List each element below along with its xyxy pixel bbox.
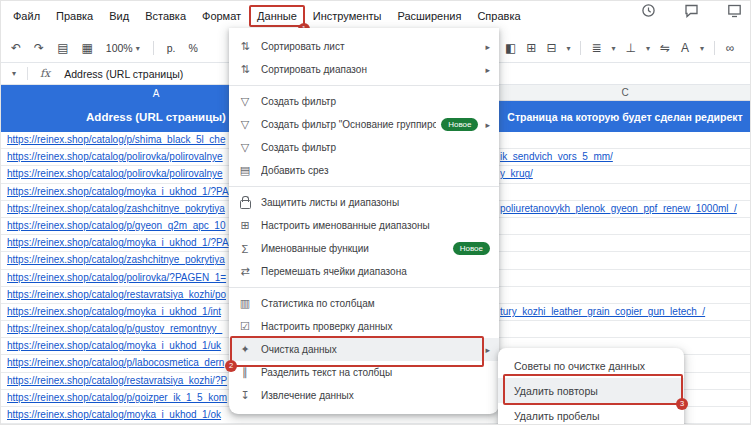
menu-item-create-group-by-filter[interactable]: ▽Создать фильтр "Основание группировки"Н… <box>229 113 499 136</box>
menubar-item-6[interactable]: Данные1 <box>249 5 305 27</box>
menu-item-sort-range[interactable]: ⇅Сортировать диапазон▸ <box>229 58 499 81</box>
menu-item-sort-sheet[interactable]: ⇅Сортировать лист▸ <box>229 35 499 58</box>
menu-item-data-extraction[interactable]: ↧Извлечение данных <box>229 384 499 407</box>
redirect-cell-fragment[interactable]: y_krug/ <box>500 168 750 179</box>
menu-divider <box>229 186 499 187</box>
menu-item-label: Защитить листы и диапазоны <box>261 197 490 208</box>
filter-icon: ▽ <box>229 95 261 108</box>
sigma-icon: Σ <box>229 243 261 255</box>
formula-bar-divider <box>27 67 28 80</box>
format-percent-button[interactable]: % <box>188 42 197 54</box>
menu-bar: ФайлПравкаВидВставкаФорматДанные1Инструм… <box>5 4 529 28</box>
menu-item-label: Сортировать диапазон <box>261 64 478 75</box>
topright-icons <box>641 3 742 18</box>
menu-divider <box>229 287 499 288</box>
menubar-item-9[interactable]: Справка <box>469 5 528 27</box>
named-range-icon: ⊞ <box>229 219 261 232</box>
horizontal-align-icon[interactable]: ≣ <box>591 41 601 55</box>
menubar-item-1[interactable]: Файл <box>5 5 48 27</box>
borders-icon[interactable]: ⊞ <box>526 41 536 55</box>
step-2-badge: 2 <box>225 360 237 372</box>
paint-format-icon[interactable]: ▦ <box>81 41 92 55</box>
chevron-down-icon: ▾ <box>566 44 570 53</box>
menu-item-label: Извлечение данных <box>261 390 490 401</box>
filter-icon: ▽ <box>229 141 261 154</box>
menu-item-label: Настроить именованные диапазоны <box>261 220 490 231</box>
menu-item-label: Именованные функции <box>261 243 448 254</box>
stats-icon: ▥ <box>229 297 261 310</box>
print-icon[interactable]: ▤ <box>57 41 68 55</box>
menu-item-column-stats[interactable]: ▥Статистика по столбцам <box>229 292 499 315</box>
menubar-item-2[interactable]: Правка <box>48 5 101 27</box>
insert-link-icon[interactable]: ∞ <box>725 41 735 55</box>
column-header-c[interactable]: C <box>498 85 751 101</box>
redirect-cell-fragment[interactable]: poliuretanovykh_plenok_gyeon_ppf_renew_1… <box>500 203 750 214</box>
chevron-down-icon: ▾ <box>136 44 140 53</box>
fill-color-icon[interactable]: ◧ <box>505 41 516 55</box>
menu-item-label: Разделить текст на столбцы <box>261 367 490 378</box>
menu-item-label: Перемешать ячейки диапазона <box>261 266 490 277</box>
submenu-arrow-icon: ▸ <box>485 42 490 52</box>
new-badge: Новое <box>441 118 478 131</box>
annotation-box-data-cleanup: 2 <box>230 336 484 367</box>
header-cell-c1[interactable]: Страница на которую будет сделан редирек… <box>498 101 751 132</box>
chevron-down-icon: ▾ <box>646 44 650 53</box>
sort-icon: ⇅ <box>229 40 261 53</box>
step-3-badge: 3 <box>676 398 688 410</box>
menu-divider <box>229 85 499 86</box>
toolbar-divider <box>153 41 154 55</box>
history-icon[interactable] <box>641 3 656 18</box>
zoom-value: 100% <box>106 42 133 54</box>
format-currency-button[interactable]: р. <box>167 42 176 54</box>
merge-cells-icon[interactable]: ⊟ <box>546 41 556 55</box>
menu-item-label: Создать фильтр <box>261 142 490 153</box>
menu-item-create-filter[interactable]: ▽Создать фильтр <box>229 90 499 113</box>
submenu-item-remove-whitespace[interactable]: Удалить пробелы <box>498 403 684 425</box>
submenu-arrow-icon: ▸ <box>485 65 490 75</box>
menu-item-randomize-range[interactable]: ⇄Перемешать ячейки диапазона <box>229 260 499 283</box>
menu-item-create-filter-view[interactable]: ▽Создать фильтр <box>229 136 499 159</box>
menubar-item-8[interactable]: Расширения <box>389 5 469 27</box>
fx-icon: fx <box>40 67 50 80</box>
menu-item-named-ranges[interactable]: ⊞Настроить именованные диапазоны <box>229 214 499 237</box>
toolbar: ↶ ↷ ▤ ▦ 100% ▾ р. % <box>11 38 198 58</box>
slicer-icon: ▤ <box>229 164 261 177</box>
menu-item-label: Статистика по столбцам <box>261 298 490 309</box>
chevron-down-icon: ▾ <box>612 44 616 53</box>
zoom-control[interactable]: 100% ▾ <box>106 42 140 54</box>
menu-item-label: Настроить проверку данных <box>261 321 490 332</box>
text-rotate-icon[interactable]: A <box>680 41 690 55</box>
menu-item-label: Добавить срез <box>261 165 490 176</box>
google-sheets-window: ФайлПравкаВидВставкаФорматДанные1Инструм… <box>0 0 751 425</box>
undo-icon[interactable]: ↶ <box>11 41 21 55</box>
menubar-item-3[interactable]: Вид <box>101 5 137 27</box>
menu-item-named-functions[interactable]: ΣИменованные функцииНовое <box>229 237 499 260</box>
menu-item-add-slicer[interactable]: ▤Добавить срез <box>229 159 499 182</box>
shuffle-icon: ⇄ <box>229 265 261 278</box>
menu-item-label: Создать фильтр "Основание группировки" <box>261 119 436 130</box>
menu-item-data-validation[interactable]: ☑Настроить проверку данных <box>229 315 499 338</box>
menubar-item-7[interactable]: Инструменты <box>305 5 390 27</box>
toolbar-divider <box>714 41 715 55</box>
lock-icon <box>229 196 261 209</box>
submenu-arrow-icon: ▸ <box>485 120 490 130</box>
redirect-cell-fragment[interactable]: tury_kozhi_leather_grain_copier_gun_lete… <box>500 306 750 317</box>
menubar-item-4[interactable]: Вставка <box>137 5 194 27</box>
filter-icon: ▽ <box>229 118 261 131</box>
toolbar-divider <box>580 41 581 55</box>
vertical-align-icon[interactable]: ⊥ <box>626 41 636 55</box>
share-screen-icon[interactable] <box>727 3 742 18</box>
text-wrap-icon[interactable]: ⇋ <box>660 41 670 55</box>
menu-item-protect-sheets[interactable]: Защитить листы и диапазоны <box>229 191 499 214</box>
menubar-item-5[interactable]: Формат <box>194 5 249 27</box>
formula-input[interactable]: Address (URL страницы) <box>64 68 183 80</box>
name-box[interactable]: ▾ <box>1 69 27 78</box>
submenu-arrow-icon: ▸ <box>485 345 490 355</box>
sort-icon: ⇅ <box>229 63 261 76</box>
redo-icon[interactable]: ↷ <box>34 41 44 55</box>
annotation-box-remove-duplicates: 3 <box>503 374 683 405</box>
comment-icon[interactable] <box>684 3 699 18</box>
redirect-cell-fragment[interactable]: ik_sendvich_vors_5_mm/ <box>500 151 750 162</box>
menu-item-label: Сортировать лист <box>261 41 478 52</box>
extract-icon: ↧ <box>229 389 261 402</box>
